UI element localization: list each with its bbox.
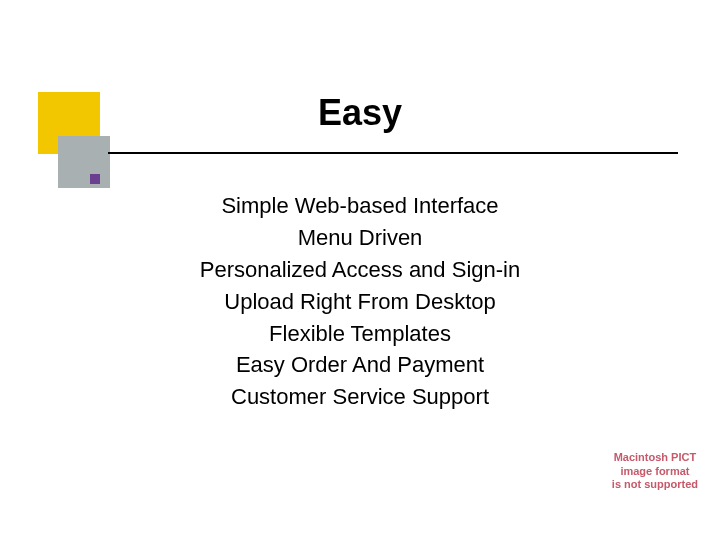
list-item: Upload Right From Desktop xyxy=(0,286,720,318)
unsupported-image-note: Macintosh PICT image format is not suppo… xyxy=(612,451,698,492)
decor-square-purple xyxy=(90,174,100,184)
decor-square-grey xyxy=(58,136,110,188)
footer-line: is not supported xyxy=(612,478,698,492)
list-item: Flexible Templates xyxy=(0,318,720,350)
slide-title: Easy xyxy=(0,92,720,134)
slide-title-wrap: Easy xyxy=(0,92,720,134)
footer-line: Macintosh PICT xyxy=(612,451,698,465)
title-underline xyxy=(108,152,678,154)
list-item: Menu Driven xyxy=(0,222,720,254)
list-item: Easy Order And Payment xyxy=(0,349,720,381)
bullet-list: Simple Web-based Interface Menu Driven P… xyxy=(0,190,720,413)
footer-line: image format xyxy=(612,465,698,479)
list-item: Customer Service Support xyxy=(0,381,720,413)
list-item: Simple Web-based Interface xyxy=(0,190,720,222)
list-item: Personalized Access and Sign-in xyxy=(0,254,720,286)
